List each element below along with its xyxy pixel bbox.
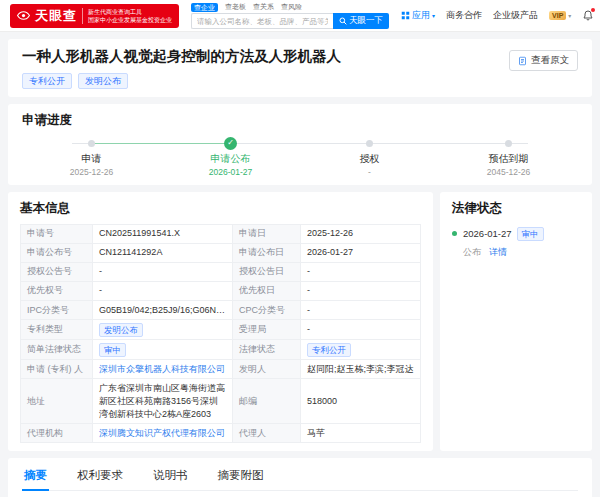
info-label: 授权公告日 — [233, 262, 301, 281]
step-label: 申请 — [82, 152, 102, 166]
search-tab-relation[interactable]: 查关系 — [253, 2, 274, 12]
info-value: 专利公开 — [301, 340, 421, 360]
patent-title-card: 一种人形机器人视觉起身控制的方法及人形机器人 专利公开 发明公布 查看原文 — [8, 39, 592, 97]
info-label: 发明人 — [233, 360, 301, 379]
nav-enterprise-products[interactable]: 企业级产品 — [493, 9, 538, 22]
brand-slogan-line1: 新生代商业查询工具 — [88, 8, 172, 16]
info-label: 申请公布日 — [233, 243, 301, 262]
table-row: 专利类型 发明公布 受理局 - — [21, 320, 421, 340]
table-row: 申请公布号 CN121141292A 申请公布日 2026-01-27 — [21, 243, 421, 262]
info-label: CPC分类号 — [233, 301, 301, 320]
timeline-step-grant: 授权 - — [300, 137, 439, 177]
search-icon — [339, 17, 347, 25]
patent-tags: 专利公开 发明公布 — [22, 73, 578, 89]
basic-info-card: 基本信息 申请号 CN202511991541.X 申请日 2025-12-26… — [8, 192, 433, 452]
timeline-step-estimated-expiry: 预估到期 2045-12-26 — [439, 137, 578, 177]
notification-bell-icon[interactable] — [582, 9, 594, 22]
tab-specification[interactable]: 说明书 — [151, 466, 190, 490]
info-value: - — [93, 262, 233, 281]
chevron-down-icon: ▾ — [432, 12, 435, 19]
info-label: 法律状态 — [233, 340, 301, 360]
simple-legal-status-tag: 审中 — [99, 343, 126, 357]
search-button[interactable]: 天眼一下 — [333, 13, 389, 29]
timeline-steps: 申请 2025-12-26 申请公布 2026-01-27 授权 - 预估到期 … — [22, 137, 578, 177]
legal-status-item: 2026-01-27 审中 公布 详情 — [452, 227, 580, 259]
header-nav: 应用 ▾ 商务合作 企业级产品 VIP ▾ — [401, 8, 600, 24]
info-label: 简单法律状态 — [21, 340, 93, 360]
info-value: 广东省深圳市南山区粤海街道高新区社区科苑南路3156号深圳湾创新科技中心2栋A座… — [93, 379, 233, 424]
table-row: 申请 (专利) 人 深圳市众擎机器人科技有限公司 发明人 赵同阳;赵玉栋;李滨;… — [21, 360, 421, 379]
info-value: CN121141292A — [93, 243, 233, 262]
agency-link[interactable]: 深圳腾文知识产权代理有限公司 — [99, 428, 225, 438]
table-row: 代理机构 深圳腾文知识产权代理有限公司 代理人 马芊 — [21, 424, 421, 443]
step-label: 申请公布 — [211, 152, 251, 166]
legal-status-date: 2026-01-27 — [463, 228, 512, 239]
brand-slogans: 新生代商业查询工具 国家中小企业发展基金投资企业 — [82, 8, 172, 24]
view-original-button[interactable]: 查看原文 — [509, 50, 578, 71]
info-value: G05B19/042;B25J9/16;G06N3/008;G06V20/64 — [93, 301, 233, 320]
info-label: 优先权号 — [21, 281, 93, 300]
nav-business-coop[interactable]: 商务合作 — [446, 9, 482, 22]
info-label: 代理机构 — [21, 424, 93, 443]
basic-info-table: 申请号 CN202511991541.X 申请日 2025-12-26 申请公布… — [20, 224, 421, 444]
step-dot — [88, 140, 95, 147]
tag-invention-publication: 发明公布 — [78, 73, 128, 89]
search-button-label: 天眼一下 — [349, 15, 383, 27]
info-label: IPC分类号 — [21, 301, 93, 320]
tab-abstract[interactable]: 摘要 — [22, 466, 49, 490]
patent-detail-card: 摘要 权利要求 说明书 摘要附图 本申请公开了一种人形机器人视觉起身控制的方法及… — [8, 458, 592, 497]
info-label: 专利类型 — [21, 320, 93, 340]
top-header: 天眼查 新生代商业查询工具 国家中小企业发展基金投资企业 查企业 查老板 查关系… — [0, 0, 600, 32]
table-row: 申请号 CN202511991541.X 申请日 2025-12-26 — [21, 224, 421, 243]
brand-name: 天眼查 — [35, 7, 77, 25]
table-row: 优先权号 - 优先权日 - — [21, 281, 421, 300]
page-title: 一种人形机器人视觉起身控制的方法及人形机器人 — [22, 47, 578, 66]
nav-vip[interactable]: VIP ▾ — [549, 11, 571, 20]
legal-status-card: 法律状态 2026-01-27 审中 公布 详情 — [440, 192, 592, 452]
green-dot-icon — [452, 231, 457, 236]
check-circle-icon — [224, 137, 237, 150]
tab-abstract-figure[interactable]: 摘要附图 — [216, 466, 266, 490]
step-date: 2025-12-26 — [70, 167, 113, 177]
info-value: - — [301, 262, 421, 281]
legal-status-pending-tag: 审中 — [517, 227, 544, 241]
info-label: 地址 — [21, 379, 93, 424]
search-tabs: 查企业 查老板 查关系 查风险 — [191, 2, 389, 12]
view-original-label: 查看原文 — [531, 54, 569, 67]
search-tab-boss[interactable]: 查老板 — [225, 2, 246, 12]
progress-timeline: 申请 2025-12-26 申请公布 2026-01-27 授权 - 预估到期 … — [22, 137, 578, 177]
info-value: 赵同阳;赵玉栋;李滨;李冠达 — [301, 360, 421, 379]
search-input[interactable] — [191, 13, 333, 29]
search-tab-risk[interactable]: 查风险 — [281, 2, 302, 12]
info-value: 马芊 — [301, 424, 421, 443]
nav-app-label: 应用 — [412, 9, 430, 22]
timeline-step-apply: 申请 2025-12-26 — [22, 137, 161, 177]
info-label: 申请号 — [21, 224, 93, 243]
info-value: 发明公布 — [93, 320, 233, 340]
info-value: 2025-12-26 — [301, 224, 421, 243]
info-label: 授权公告号 — [21, 262, 93, 281]
info-value: 2026-01-27 — [301, 243, 421, 262]
search-tab-company[interactable]: 查企业 — [191, 3, 218, 12]
tianyancha-logo[interactable]: 天眼查 新生代商业查询工具 国家中小企业发展基金投资企业 — [10, 4, 179, 28]
progress-section-title: 申请进度 — [22, 112, 578, 129]
info-label: 申请日 — [233, 224, 301, 243]
grid-icon — [401, 11, 410, 20]
nav-app[interactable]: 应用 ▾ — [401, 9, 435, 22]
step-label: 授权 — [360, 152, 380, 166]
patent-type-tag: 发明公布 — [99, 323, 143, 337]
legal-status-detail-link[interactable]: 详情 — [489, 246, 507, 259]
table-row: 地址 广东省深圳市南山区粤海街道高新区社区科苑南路3156号深圳湾创新科技中心2… — [21, 379, 421, 424]
table-row: 简单法律状态 审中 法律状态 专利公开 — [21, 340, 421, 360]
info-value: 深圳市众擎机器人科技有限公司 — [93, 360, 233, 379]
main-columns: 基本信息 申请号 CN202511991541.X 申请日 2025-12-26… — [8, 192, 592, 452]
table-row: 授权公告号 - 授权公告日 - — [21, 262, 421, 281]
basic-info-section-title: 基本信息 — [20, 200, 421, 217]
step-dot — [366, 140, 373, 147]
tab-claims[interactable]: 权利要求 — [75, 466, 125, 490]
step-dot — [505, 140, 512, 147]
search-row: 天眼一下 — [191, 13, 389, 29]
info-value: 深圳腾文知识产权代理有限公司 — [93, 424, 233, 443]
applicant-company-link[interactable]: 深圳市众擎机器人科技有限公司 — [99, 364, 225, 374]
document-icon — [518, 56, 527, 66]
